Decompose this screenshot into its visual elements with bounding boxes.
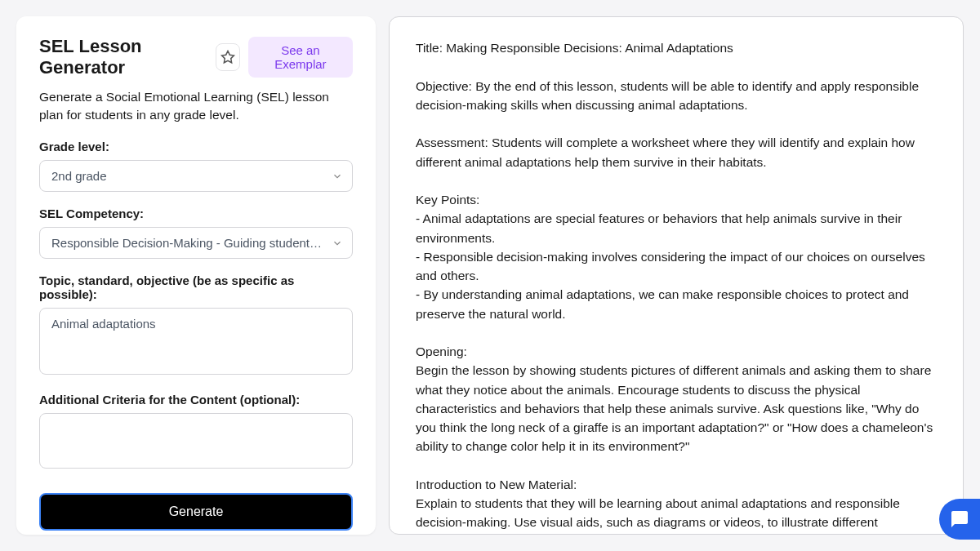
output-panel: Title: Making Responsible Decisions: Ani…: [389, 16, 964, 535]
competency-field-group: SEL Competency: Responsible Decision-Mak…: [39, 207, 353, 259]
grade-select-wrap: 2nd grade: [39, 160, 353, 192]
exemplar-button[interactable]: See an Exemplar: [248, 37, 353, 78]
lesson-output-text: Title: Making Responsible Decisions: Ani…: [416, 38, 937, 535]
additional-label: Additional Criteria for the Content (opt…: [39, 393, 353, 407]
topic-label: Topic, standard, objective (be as specif…: [39, 273, 353, 301]
favorite-button[interactable]: [216, 43, 240, 71]
competency-select-wrap: Responsible Decision-Making - Guiding st…: [39, 227, 353, 259]
tool-description: Generate a Social Emotional Learning (SE…: [39, 88, 353, 123]
additional-textarea[interactable]: [39, 413, 353, 469]
additional-field-group: Additional Criteria for the Content (opt…: [39, 393, 353, 472]
svg-marker-0: [221, 51, 234, 63]
header-row: SEL Lesson Generator See an Exemplar: [39, 36, 353, 78]
generate-button[interactable]: Generate: [39, 493, 353, 531]
competency-select[interactable]: Responsible Decision-Making - Guiding st…: [39, 227, 353, 259]
topic-field-group: Topic, standard, objective (be as specif…: [39, 273, 353, 378]
page-title: SEL Lesson Generator: [39, 36, 207, 78]
chat-widget-button[interactable]: [939, 499, 980, 540]
topic-textarea[interactable]: [39, 308, 353, 375]
grade-label: Grade level:: [39, 140, 353, 153]
grade-select[interactable]: 2nd grade: [39, 160, 353, 192]
chat-icon: [950, 509, 969, 529]
competency-label: SEL Competency:: [39, 207, 353, 220]
grade-field-group: Grade level: 2nd grade: [39, 140, 353, 192]
form-panel: SEL Lesson Generator See an Exemplar Gen…: [16, 16, 376, 535]
star-icon: [220, 50, 235, 64]
